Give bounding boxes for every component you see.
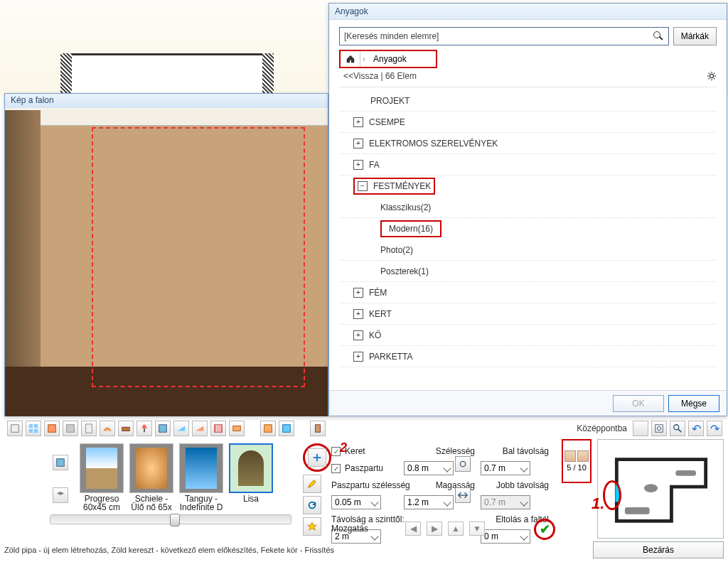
tree-csempe[interactable]: +CSEMPE: [339, 112, 717, 133]
tree-elektromos[interactable]: +ELEKTROMOS SZERELVÉNYEK: [339, 133, 717, 154]
tool-picture[interactable]: [155, 421, 171, 436]
svg-rect-5: [34, 429, 38, 433]
search-icon[interactable]: [653, 31, 664, 42]
jobb-label: Jobb távolság: [496, 480, 549, 490]
move-down-button[interactable]: ▼: [469, 522, 485, 536]
svg-rect-28: [675, 470, 696, 476]
svg-rect-3: [34, 424, 38, 428]
wall-side-b-button[interactable]: [577, 450, 589, 462]
expand-icon[interactable]: +: [353, 352, 363, 362]
edit-button[interactable]: [303, 475, 321, 493]
tree-fem[interactable]: +FÉM: [339, 282, 717, 303]
link-icon: [456, 457, 470, 471]
plan-top-shape: [64, 53, 270, 96]
tool-11[interactable]: [192, 421, 208, 436]
keret-label: Keret: [345, 446, 365, 456]
tool-13[interactable]: [229, 421, 245, 436]
dropdown-icon: [520, 532, 528, 540]
link-size-button[interactable]: [455, 456, 471, 472]
tool-5[interactable]: [81, 421, 97, 436]
tree-parketta[interactable]: +PARKETTA: [339, 346, 717, 367]
thumb-lisa[interactable]: [229, 443, 273, 493]
tree-project[interactable]: PROJEKT: [339, 90, 717, 112]
breadcrumb-home-button[interactable]: [341, 51, 360, 67]
tree-poszterek[interactable]: Poszterek(1): [339, 261, 717, 282]
zoom-button[interactable]: [670, 421, 685, 436]
redo-button[interactable]: ↷: [707, 421, 722, 436]
tool-sofa[interactable]: [118, 421, 134, 436]
breadcrumb-label[interactable]: Anyagok: [368, 54, 412, 64]
svg-rect-20: [655, 425, 663, 433]
brands-button[interactable]: Márkák: [673, 27, 717, 45]
gear-icon: [707, 71, 717, 81]
close-button[interactable]: Bezárás: [593, 541, 724, 558]
tree-ko[interactable]: +KŐ: [339, 325, 717, 346]
dropdown-icon: [520, 464, 528, 472]
back-link[interactable]: <<Vissza | 66 Elem: [343, 71, 417, 81]
preview-3d-view[interactable]: [5, 108, 328, 416]
expand-icon[interactable]: +: [353, 288, 363, 298]
tool-4[interactable]: [63, 421, 78, 436]
flip-button[interactable]: [455, 487, 471, 503]
center-checkbox[interactable]: [633, 421, 648, 436]
tree-photo[interactable]: Photo(2): [339, 239, 717, 261]
tree-klasszikus[interactable]: Klasszikus(2): [339, 197, 717, 218]
svg-point-27: [644, 484, 658, 492]
paszpartu-w-label: Paszpartu szélesség: [331, 480, 410, 490]
tool-curtain[interactable]: [210, 421, 226, 436]
collapse-icon[interactable]: −: [358, 181, 368, 191]
szelesseg-input[interactable]: 0.8 m: [404, 461, 454, 475]
search-input[interactable]: [Keresés minden elemre]: [339, 27, 669, 45]
tool-14[interactable]: [260, 421, 276, 436]
favorite-button[interactable]: [303, 517, 321, 536]
tool-3[interactable]: [44, 421, 60, 436]
thumb-tanguy[interactable]: [179, 443, 223, 493]
wall-side-a-button[interactable]: [564, 450, 576, 462]
undo-button[interactable]: ↶: [688, 421, 704, 436]
tree-fa[interactable]: +FA: [339, 154, 717, 175]
tool-1[interactable]: [7, 421, 23, 436]
tree-festmenyek[interactable]: −FESTMÉNYEK: [339, 175, 717, 197]
refresh-button[interactable]: [303, 496, 321, 514]
expand-icon[interactable]: +: [353, 160, 363, 170]
tool-lamp[interactable]: [136, 421, 152, 436]
move-left-button[interactable]: ◀: [405, 522, 421, 536]
add-button[interactable]: [308, 448, 326, 467]
wall-stamp-highlight: 5 / 10: [562, 439, 592, 483]
bal-input[interactable]: 0.7 m: [481, 461, 530, 475]
thumb-schiele[interactable]: [129, 443, 173, 493]
add-button-highlight: [303, 443, 331, 472]
expand-icon[interactable]: +: [353, 117, 363, 127]
tool-6[interactable]: [100, 421, 115, 436]
svg-rect-10: [144, 428, 145, 432]
slider-knob[interactable]: [170, 514, 180, 526]
tree-kert[interactable]: +KERT: [339, 303, 717, 325]
move-up-button[interactable]: ▲: [448, 522, 464, 536]
tool-grid[interactable]: [26, 421, 41, 436]
status-text: Zöld pipa - új elem létrehozás, Zöld ker…: [4, 546, 334, 554]
expand-icon[interactable]: +: [353, 309, 363, 319]
move-right-button[interactable]: ▶: [427, 522, 442, 536]
thumb-progreso[interactable]: [80, 443, 124, 493]
star-icon: [307, 522, 317, 531]
cap-3: Lisa: [229, 495, 273, 512]
paszpartu-w-input[interactable]: 0.05 m: [331, 495, 381, 509]
tool-door[interactable]: [310, 421, 326, 436]
preview-window-title: Kép a falon: [5, 94, 328, 108]
expand-icon[interactable]: +: [353, 330, 363, 340]
tool-10[interactable]: [173, 421, 189, 436]
check-icon[interactable]: ✔: [540, 522, 550, 537]
chevron-right-icon: ›: [360, 51, 368, 67]
ok-button[interactable]: OK: [613, 395, 664, 412]
magassag-input[interactable]: 1.2 m: [404, 495, 454, 509]
tool-15[interactable]: [279, 421, 294, 436]
thumbnail-scroll-slider[interactable]: [50, 514, 291, 524]
tree-modern[interactable]: Modern(16): [339, 218, 717, 239]
jobb-input[interactable]: 0.7 m: [481, 495, 530, 509]
dropdown-icon: [443, 498, 451, 506]
zoom-extents-button[interactable]: [651, 421, 667, 436]
paszpartu-checkbox[interactable]: [331, 464, 341, 473]
expand-icon[interactable]: +: [353, 139, 363, 148]
settings-gear-button[interactable]: [707, 71, 717, 81]
cancel-button[interactable]: Mégse: [668, 395, 719, 412]
